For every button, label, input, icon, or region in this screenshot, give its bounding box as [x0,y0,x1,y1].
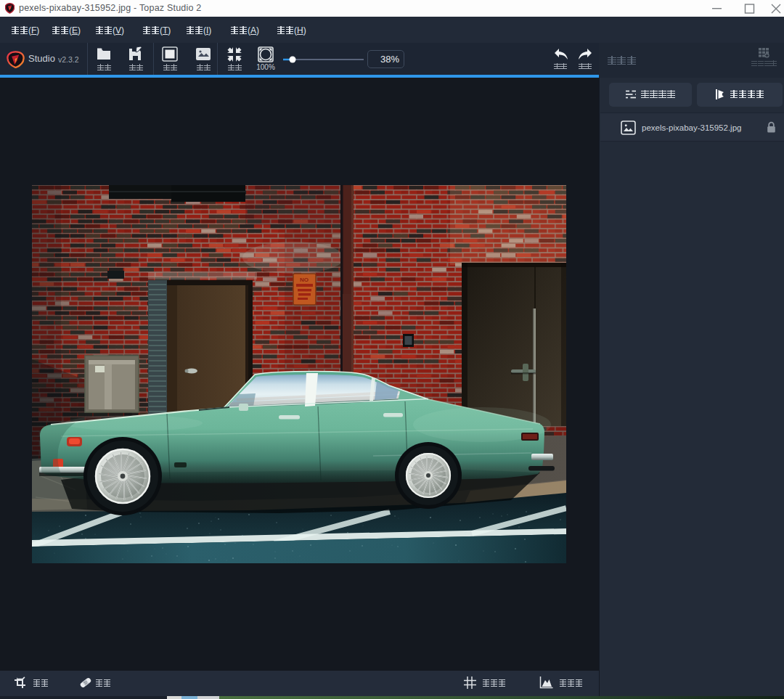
svg-text:NO: NO [300,277,309,283]
